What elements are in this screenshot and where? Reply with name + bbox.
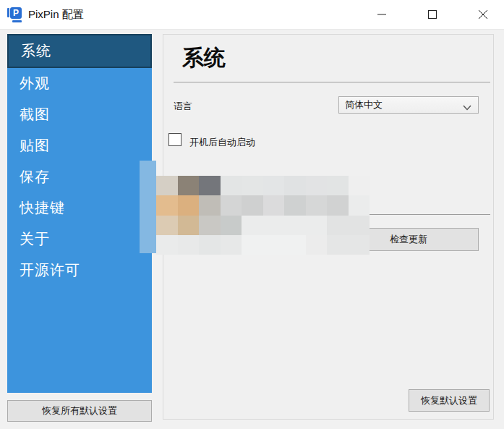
mosaic-cell — [263, 216, 285, 235]
sidebar-item-system[interactable]: 系统 — [7, 34, 152, 68]
sidebar-item-label: 保存 — [20, 167, 50, 187]
mosaic-cell — [263, 176, 285, 195]
close-button[interactable] — [466, 0, 500, 29]
mosaic-cell — [199, 195, 221, 215]
minimize-button[interactable] — [365, 0, 398, 29]
maximize-button[interactable] — [416, 0, 449, 29]
sidebar-item-label: 贴图 — [20, 136, 50, 156]
mosaic-cell — [199, 216, 221, 235]
chevron-down-icon — [463, 102, 471, 113]
mosaic-cell — [349, 235, 370, 255]
mosaic-cell — [178, 176, 200, 195]
mosaic-cell — [306, 195, 328, 215]
mosaic-cell — [306, 216, 328, 235]
window-title: PixPin 配置 — [28, 8, 84, 22]
mosaic-cell — [327, 176, 349, 195]
autostart-checkbox[interactable] — [168, 133, 181, 146]
mosaic-cell — [327, 235, 349, 255]
language-dropdown[interactable]: 简体中文 — [338, 96, 479, 114]
mosaic-cell — [284, 176, 306, 195]
mosaic-cell — [349, 216, 370, 235]
heading-divider — [174, 82, 490, 82]
mosaic-cell — [156, 235, 178, 255]
censored-mosaic-region — [156, 176, 370, 255]
mosaic-cell — [242, 235, 263, 255]
mosaic-cell — [156, 176, 178, 195]
mosaic-cell — [263, 235, 285, 255]
mosaic-cell — [284, 195, 306, 215]
sidebar-item-screenshot[interactable]: 截图 — [7, 99, 152, 130]
mosaic-cell — [284, 235, 306, 255]
mosaic-cell — [221, 216, 242, 235]
sidebar-item-open-source-license[interactable]: 开源许可 — [7, 255, 152, 286]
sidebar-item-label: 外观 — [20, 74, 50, 93]
sidebar-item-label: 关于 — [20, 229, 50, 249]
mosaic-cell — [199, 235, 221, 255]
sidebar-item-label: 快捷键 — [20, 198, 65, 218]
mosaic-cell — [178, 216, 200, 235]
settings-sidebar: 系统 外观 截图 贴图 保存 快捷键 关于 开源许可 — [7, 34, 152, 393]
autostart-label: 开机后自动启动 — [189, 136, 255, 149]
mosaic-cell — [242, 195, 263, 215]
mosaic-cell — [156, 216, 178, 235]
page-title: 系统 — [182, 43, 226, 73]
mosaic-cell — [221, 176, 242, 195]
mosaic-cell — [327, 216, 349, 235]
language-selected-value: 简体中文 — [345, 98, 383, 111]
mosaic-cell — [327, 195, 349, 215]
mosaic-cell — [263, 195, 285, 215]
sidebar-item-label: 系统 — [21, 41, 51, 61]
mosaic-cell — [242, 176, 263, 195]
censored-mosaic-strip — [140, 161, 156, 253]
mosaic-cell — [221, 235, 242, 255]
sidebar-item-about[interactable]: 关于 — [7, 224, 152, 255]
pixpin-app-icon: P — [7, 7, 23, 22]
restore-defaults-button[interactable]: 恢复默认设置 — [409, 389, 490, 412]
mosaic-cell — [178, 235, 200, 255]
sidebar-item-label: 开源许可 — [20, 260, 80, 280]
sidebar-item-pin-image[interactable]: 贴图 — [7, 130, 152, 161]
sidebar-item-appearance[interactable]: 外观 — [7, 68, 152, 99]
mosaic-cell — [156, 195, 178, 215]
titlebar: P PixPin 配置 — [0, 0, 504, 30]
language-label: 语言 — [174, 100, 192, 113]
mosaic-cell — [199, 176, 221, 195]
sidebar-item-save[interactable]: 保存 — [7, 161, 152, 192]
mosaic-cell — [349, 176, 370, 195]
mosaic-cell — [178, 195, 200, 215]
mosaic-cell — [221, 195, 242, 215]
restore-all-defaults-button[interactable]: 恢复所有默认设置 — [7, 400, 152, 422]
sidebar-item-label: 截图 — [20, 105, 50, 124]
mosaic-cell — [242, 216, 263, 235]
mosaic-cell — [306, 235, 328, 255]
mosaic-cell — [349, 195, 370, 215]
mosaic-cell — [284, 216, 306, 235]
mosaic-cell — [306, 176, 328, 195]
sidebar-item-shortcuts[interactable]: 快捷键 — [7, 192, 152, 224]
